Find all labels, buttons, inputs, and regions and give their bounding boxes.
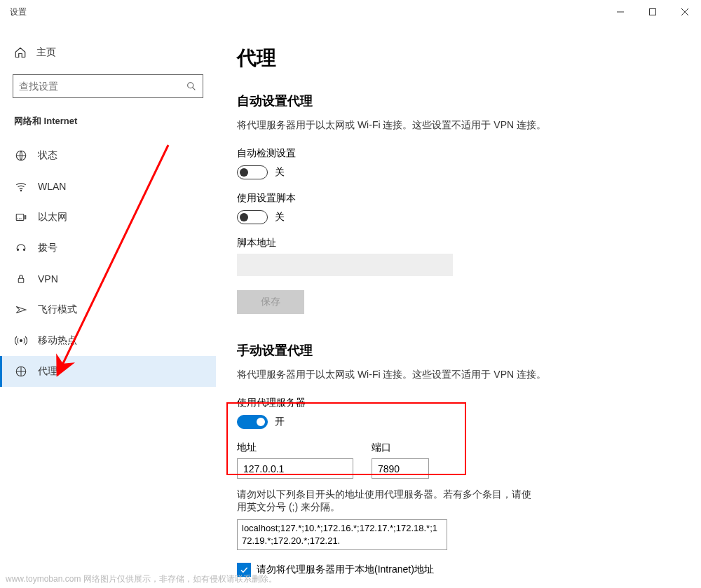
sidebar-item-label: VPN <box>38 273 58 285</box>
globe-icon <box>14 149 28 163</box>
sidebar-item-label: 以太网 <box>38 211 67 224</box>
manual-section-desc: 将代理服务器用于以太网或 Wi-Fi 连接。这些设置不适用于 VPN 连接。 <box>237 369 680 381</box>
wifi-icon <box>14 179 28 193</box>
use-proxy-label: 使用代理服务器 <box>237 397 680 409</box>
home-label: 主页 <box>36 46 56 59</box>
window-title: 设置 <box>10 6 27 18</box>
use-proxy-state: 开 <box>275 416 285 428</box>
use-proxy-toggle[interactable] <box>237 415 268 429</box>
maximize-button[interactable] <box>637 0 669 24</box>
sidebar-item-wlan[interactable]: WLAN <box>0 171 216 202</box>
use-script-state: 关 <box>275 211 285 224</box>
svg-rect-9 <box>25 216 26 219</box>
manual-section-title: 手动设置代理 <box>237 342 680 359</box>
port-input[interactable] <box>372 458 429 479</box>
main-content: 代理 自动设置代理 将代理服务器用于以太网或 Wi-Fi 连接。这些设置不适用于… <box>216 24 701 588</box>
svg-point-11 <box>23 249 25 250</box>
auto-section-desc: 将代理服务器用于以太网或 Wi-Fi 连接。这些设置不适用于 VPN 连接。 <box>237 119 680 132</box>
sidebar-item-proxy[interactable]: 代理 <box>0 356 216 387</box>
address-label: 地址 <box>237 442 353 454</box>
svg-rect-12 <box>18 278 24 282</box>
category-header: 网络和 Internet <box>0 111 216 140</box>
svg-rect-1 <box>650 9 656 15</box>
auto-detect-state: 关 <box>275 166 285 179</box>
minimize-button[interactable] <box>604 0 637 24</box>
sidebar-item-label: WLAN <box>38 181 66 192</box>
auto-detect-label: 自动检测设置 <box>237 147 680 160</box>
svg-point-10 <box>17 249 18 250</box>
sidebar-item-label: 飞行模式 <box>38 303 77 316</box>
use-script-label: 使用设置脚本 <box>237 192 680 205</box>
airplane-icon <box>14 303 28 317</box>
home-icon <box>14 46 27 59</box>
exceptions-input[interactable]: localhost;127.*;10.*;172.16.*;172.17.*;1… <box>237 519 447 550</box>
dialup-icon <box>14 241 28 255</box>
auto-section-title: 自动设置代理 <box>237 93 680 109</box>
ethernet-icon <box>14 210 28 224</box>
svg-rect-8 <box>16 214 24 221</box>
script-addr-label: 脚本地址 <box>237 237 680 249</box>
auto-detect-toggle[interactable] <box>237 165 268 179</box>
sidebar-item-ethernet[interactable]: 以太网 <box>0 202 216 233</box>
save-button: 保存 <box>237 290 304 314</box>
vpn-icon <box>14 272 28 286</box>
sidebar-item-label: 状态 <box>38 149 57 162</box>
script-addr-input <box>237 254 453 276</box>
sidebar-item-label: 代理 <box>38 365 57 378</box>
svg-point-13 <box>20 340 22 342</box>
title-bar: 设置 <box>0 0 701 24</box>
proxy-icon <box>14 364 28 378</box>
page-title: 代理 <box>237 45 680 71</box>
sidebar-item-vpn[interactable]: VPN <box>0 264 216 294</box>
window-controls <box>604 0 701 24</box>
svg-point-7 <box>20 190 22 191</box>
bypass-local-label: 请勿将代理服务器用于本地(Intranet)地址 <box>257 563 434 576</box>
sidebar: 主页 网络和 Internet 状态 WLAN 以太网 拨号 VPN <box>0 24 216 588</box>
watermark: www.toymoban.com 网络图片仅供展示，非存储，如有侵权请联系删除。 <box>6 573 277 585</box>
use-script-toggle[interactable] <box>237 210 268 224</box>
sidebar-item-hotspot[interactable]: 移动热点 <box>0 325 216 356</box>
sidebar-item-airplane[interactable]: 飞行模式 <box>0 294 216 325</box>
search-icon <box>186 81 197 92</box>
svg-point-4 <box>188 83 193 88</box>
sidebar-item-dialup[interactable]: 拨号 <box>0 233 216 264</box>
address-input[interactable] <box>237 458 353 479</box>
close-button[interactable] <box>669 0 701 24</box>
port-label: 端口 <box>372 442 429 454</box>
exceptions-hint: 请勿对以下列条目开头的地址使用代理服务器。若有多个条目，请使用英文分号 (;) … <box>237 488 531 514</box>
search-box[interactable] <box>13 74 203 98</box>
svg-line-5 <box>193 88 196 90</box>
sidebar-item-label: 移动热点 <box>38 334 77 347</box>
search-input[interactable] <box>19 81 186 92</box>
sidebar-item-label: 拨号 <box>38 242 57 254</box>
sidebar-item-status[interactable]: 状态 <box>0 140 216 171</box>
home-link[interactable]: 主页 <box>0 41 216 64</box>
hotspot-icon <box>14 334 28 348</box>
